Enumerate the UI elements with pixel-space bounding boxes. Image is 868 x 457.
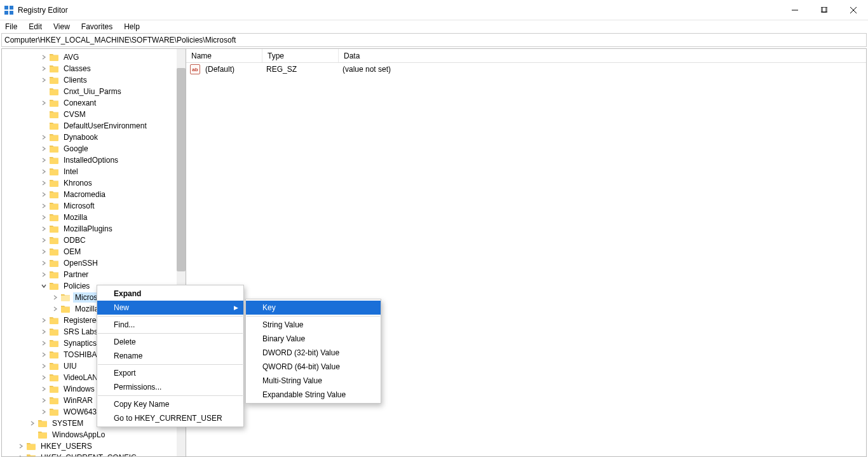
folder-icon [49, 270, 59, 279]
chevron-right-icon[interactable] [40, 168, 48, 175]
chevron-right-icon[interactable] [40, 179, 48, 187]
tree-node[interactable]: Classes [2, 63, 186, 74]
tree-node[interactable]: OEM [2, 246, 186, 257]
menu-favorites[interactable]: Favorites [80, 22, 114, 31]
menu-item-permissions[interactable]: Permissions... [97, 380, 243, 394]
folder-icon [26, 453, 36, 456]
menu-help[interactable]: Help [123, 22, 141, 31]
tree-node[interactable]: Google [2, 143, 186, 154]
close-button[interactable] [839, 0, 868, 20]
chevron-right-icon[interactable] [40, 408, 48, 416]
menu-item-binary-value[interactable]: Binary Value [246, 332, 381, 346]
chevron-right-icon[interactable] [40, 339, 48, 347]
menu-item-copy-key-name[interactable]: Copy Key Name [97, 397, 243, 411]
menu-item-dword-32-bit-value[interactable]: DWORD (32-bit) Value [246, 346, 381, 360]
chevron-right-icon[interactable] [40, 65, 48, 72]
chevron-right-icon[interactable] [40, 271, 48, 278]
menu-item-key[interactable]: Key [246, 301, 381, 315]
chevron-right-icon[interactable] [40, 76, 48, 84]
menu-view[interactable]: View [52, 22, 71, 31]
menu-item-export[interactable]: Export [97, 366, 243, 380]
chevron-right-icon[interactable] [40, 191, 48, 198]
tree-node[interactable]: AVG [2, 51, 186, 63]
chevron-right-icon[interactable] [40, 351, 48, 358]
chevron-right-icon[interactable] [40, 99, 48, 107]
chevron-right-icon[interactable] [40, 317, 48, 324]
address-bar[interactable]: Computer\HKEY_LOCAL_MACHINE\SOFTWARE\Pol… [1, 33, 867, 47]
chevron-right-icon[interactable] [40, 397, 48, 404]
menu-item-delete[interactable]: Delete [97, 335, 243, 349]
col-header-name[interactable]: Name [186, 49, 262, 62]
menu-edit[interactable]: Edit [27, 22, 43, 31]
scroll-thumb[interactable] [177, 68, 186, 271]
col-header-type[interactable]: Type [262, 49, 339, 62]
folder-icon [49, 407, 59, 416]
minimize-button[interactable] [780, 0, 810, 20]
chevron-right-icon[interactable] [40, 145, 48, 153]
tree-node[interactable]: Khronos [2, 177, 186, 189]
svg-rect-38 [50, 387, 58, 393]
chevron-right-icon[interactable] [40, 225, 48, 233]
maximize-button[interactable] [810, 0, 839, 20]
tree-node[interactable]: ODBC [2, 235, 186, 246]
chevron-right-icon[interactable] [40, 362, 48, 370]
tree-node[interactable]: Intel [2, 166, 186, 177]
chevron-right-icon[interactable] [40, 374, 48, 381]
menu-separator [98, 333, 243, 334]
menu-item-expand[interactable]: Expand [97, 287, 243, 301]
tree-node[interactable]: HKEY_USERS [2, 440, 186, 452]
menu-item-multi-string-value[interactable]: Multi-String Value [246, 374, 381, 388]
chevron-right-icon[interactable] [29, 419, 36, 427]
value-row[interactable]: ab(Default)REG_SZ(value not set) [186, 63, 866, 76]
chevron-right-icon[interactable] [17, 454, 25, 456]
chevron-right-icon[interactable] [40, 236, 48, 244]
menu-file[interactable]: File [4, 22, 18, 31]
chevron-right-icon[interactable] [40, 133, 48, 141]
svg-rect-35 [50, 353, 58, 358]
value-list[interactable]: ab(Default)REG_SZ(value not set) [186, 63, 866, 76]
chevron-down-icon[interactable] [40, 282, 48, 290]
tree-node-label: Cnxt_Uiu_Parms [62, 86, 123, 97]
tree-node[interactable]: Conexant [2, 97, 186, 109]
chevron-none [29, 431, 36, 439]
menu-item-string-value[interactable]: String Value [246, 318, 381, 332]
chevron-right-icon[interactable] [51, 305, 59, 313]
chevron-right-icon[interactable] [51, 294, 59, 301]
tree-node[interactable]: OpenSSH [2, 257, 186, 269]
menu-item-rename[interactable]: Rename [97, 349, 243, 363]
tree-node[interactable]: Dynabook [2, 132, 186, 143]
chevron-right-icon[interactable] [17, 442, 25, 450]
tree-node-label: Conexant [62, 98, 98, 108]
chevron-right-icon[interactable] [40, 259, 48, 267]
chevron-right-icon[interactable] [40, 248, 48, 256]
tree-node[interactable]: Partner [2, 269, 186, 280]
chevron-right-icon[interactable] [40, 53, 48, 61]
tree-node[interactable]: DefaultUserEnvironment [2, 120, 186, 132]
chevron-right-icon[interactable] [40, 156, 48, 164]
menu-item-new[interactable]: New▶ [97, 301, 243, 315]
chevron-right-icon[interactable] [40, 202, 48, 210]
folder-icon [49, 87, 59, 96]
value-column-headers[interactable]: Name Type Data [186, 49, 866, 63]
svg-rect-33 [50, 330, 58, 336]
tree-node[interactable]: WindowsAppLockerCache [2, 429, 186, 440]
tree-node[interactable]: Clients [2, 74, 186, 86]
menu-item-qword-64-bit-value[interactable]: QWORD (64-bit) Value [246, 360, 381, 374]
svg-rect-41 [38, 421, 47, 427]
tree-node[interactable]: CVSM [2, 109, 186, 120]
tree-node[interactable]: Mozilla [2, 212, 186, 223]
menu-item-expandable-string-value[interactable]: Expandable String Value [246, 388, 381, 402]
tree-node[interactable]: MozillaPlugins [2, 223, 186, 235]
tree-node[interactable]: Cnxt_Uiu_Parms [2, 86, 186, 97]
svg-rect-20 [50, 181, 58, 187]
tree-node[interactable]: Microsoft [2, 200, 186, 212]
col-header-data[interactable]: Data [339, 49, 517, 62]
tree-node[interactable]: InstalledOptions [2, 154, 186, 166]
menu-item-go-to-hkey-current-user[interactable]: Go to HKEY_CURRENT_USER [97, 411, 243, 425]
tree-node[interactable]: HKEY_CURRENT_CONFIG [2, 452, 186, 456]
chevron-right-icon[interactable] [40, 214, 48, 221]
tree-node[interactable]: Macromedia [2, 189, 186, 200]
chevron-right-icon[interactable] [40, 385, 48, 393]
chevron-right-icon[interactable] [40, 328, 48, 336]
menu-item-find[interactable]: Find... [97, 318, 243, 332]
